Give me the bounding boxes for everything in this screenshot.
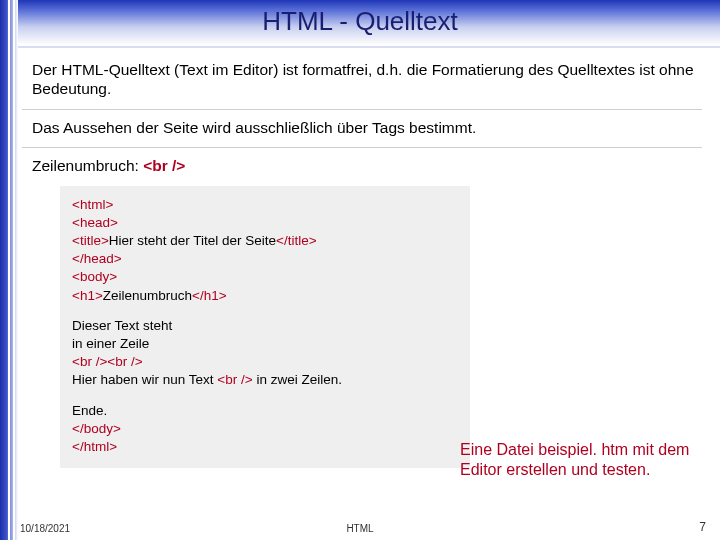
line-break-label-row: Zeilenumbruch: <br />: [32, 156, 694, 175]
task-note: Eine Datei beispiel. htm mit dem Editor …: [460, 440, 700, 480]
code-gap: [72, 305, 458, 317]
code-tag: <title>: [72, 233, 109, 248]
code-text: Hier haben wir nun Text: [72, 372, 217, 387]
code-line: </body>: [72, 420, 458, 438]
code-line: <head>: [72, 214, 458, 232]
divider-1: [22, 109, 702, 110]
paragraph-1: Der HTML-Quelltext (Text im Editor) ist …: [32, 60, 694, 99]
title-divider: [18, 46, 720, 48]
code-tag: </h1>: [192, 288, 227, 303]
code-text: Ende.: [72, 403, 107, 418]
code-tag: </html>: [72, 439, 117, 454]
code-tag: <h1>: [72, 288, 103, 303]
code-tag: </head>: [72, 251, 122, 266]
code-tag: <head>: [72, 215, 118, 230]
code-line: Ende.: [72, 402, 458, 420]
paragraph-2: Das Aussehen der Seite wird ausschließli…: [32, 118, 694, 137]
code-tag: </body>: [72, 421, 121, 436]
code-text: Zeilenumbruch: [103, 288, 192, 303]
code-line: </html>: [72, 438, 458, 456]
code-tag: </title>: [276, 233, 317, 248]
footer-page-number: 7: [699, 520, 706, 534]
code-text: Hier steht der Titel der Seite: [109, 233, 276, 248]
code-line: Dieser Text steht: [72, 317, 458, 335]
code-text: in einer Zeile: [72, 336, 149, 351]
code-line: <h1>Zeilenumbruch</h1>: [72, 287, 458, 305]
code-line: <body>: [72, 268, 458, 286]
code-tag: <br />: [217, 372, 252, 387]
left-accent-bar: [0, 0, 18, 540]
code-line: <br /><br />: [72, 353, 458, 371]
code-line: in einer Zeile: [72, 335, 458, 353]
code-line: <html>: [72, 196, 458, 214]
code-line: </head>: [72, 250, 458, 268]
code-gap: [72, 390, 458, 402]
slide-body: Der HTML-Quelltext (Text im Editor) ist …: [32, 60, 694, 468]
code-tag: <body>: [72, 269, 117, 284]
line-break-tag: <br />: [143, 157, 185, 174]
code-line: Hier haben wir nun Text <br /> in zwei Z…: [72, 371, 458, 389]
code-box: <html> <head> <title>Hier steht der Tite…: [60, 186, 470, 469]
code-text: in zwei Zeilen.: [253, 372, 342, 387]
divider-2: [22, 147, 702, 148]
line-break-label: Zeilenumbruch:: [32, 157, 143, 174]
code-text: Dieser Text steht: [72, 318, 172, 333]
code-line: <title>Hier steht der Titel der Seite</t…: [72, 232, 458, 250]
footer-mid: HTML: [0, 523, 720, 534]
code-tag: <html>: [72, 197, 113, 212]
code-tag: <br /><br />: [72, 354, 143, 369]
slide: HTML - Quelltext Der HTML-Quelltext (Tex…: [0, 0, 720, 540]
slide-title: HTML - Quelltext: [0, 6, 720, 37]
